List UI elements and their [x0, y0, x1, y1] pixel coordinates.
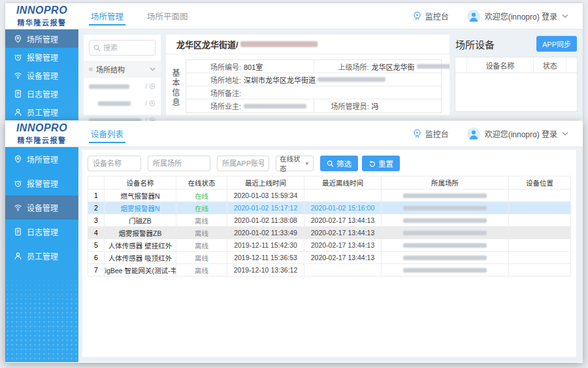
form-field: 场所编号:801室: [186, 60, 314, 73]
online-status-cell: 离线: [176, 264, 227, 276]
tree-root-node[interactable]: 场所结构: [84, 61, 161, 78]
tab-device-list[interactable]: 设备列表: [89, 121, 125, 146]
venue-devices-table: 设备名称 状态: [455, 57, 578, 112]
refresh-icon: [368, 160, 376, 167]
back-content: 场所结构 //// 龙华区龙华街道/ 基本信息 场所编号:801室上级场所:龙华…: [78, 29, 583, 120]
sidebar-item-venue-management[interactable]: 场所管理: [5, 29, 78, 48]
venue-info-form: 场所编号:801室上级场所:龙华区龙华街场所地址:深圳市龙华区龙华街道场所备注:…: [186, 59, 442, 113]
field-value: [244, 104, 306, 109]
device-name-filter-input[interactable]: [88, 156, 141, 171]
column-header: 所属场所: [382, 176, 509, 190]
row-index: 1: [88, 190, 105, 202]
sidebar-item-device-management[interactable]: 设备管理: [5, 66, 78, 84]
tree-item[interactable]: /: [84, 78, 161, 95]
form-row: 场所地址:深圳市龙华区龙华街道: [186, 73, 441, 86]
front-header-right: 监控台 欢迎您(innopro) 登录: [412, 121, 583, 146]
tab-venue-floorplan[interactable]: 场所平面图: [145, 3, 190, 29]
table-row[interactable]: 7ZigBee 智能网关(测试-韦)离线2019-12-10 13:36:12: [88, 264, 571, 276]
field-label: 上级场所:: [314, 61, 369, 72]
form-field: 场所地址:深圳市龙华区龙华街道: [186, 73, 441, 86]
redacted-venue-name: [403, 206, 487, 210]
filter-button-label: 筛选: [336, 158, 351, 169]
row-index: 4: [88, 227, 105, 239]
select-arrow-icon: ▼: [304, 161, 310, 167]
devices-col-spacer2: [566, 58, 577, 73]
tree-item[interactable]: /: [84, 95, 161, 112]
venue-devices-panel: 场所设备 APP同步 设备名称 状态: [455, 35, 578, 115]
last-online-cell: 2020-01-03 15:59:34: [227, 190, 304, 202]
desktop: { "brand": { "name": "INNOPRO", "subtitl…: [0, 0, 588, 368]
tree-item[interactable]: /: [84, 112, 161, 121]
sidebar-item-staff-management[interactable]: 员工管理: [5, 244, 78, 268]
back-header-right: 监控台 欢迎您(innopro) 登录: [412, 3, 583, 29]
table-row[interactable]: 6人体传感器 吸顶红外离线2019-12-11 15:36:532020-02-…: [88, 252, 571, 264]
venue-cell: [382, 227, 509, 239]
row-index: 6: [88, 252, 105, 264]
breadcrumb-redacted-text: [240, 41, 318, 47]
sidebar-item-label: 日志管理: [27, 88, 58, 99]
user-menu[interactable]: 欢迎您(innopro) 登录: [467, 127, 568, 141]
online-status-cell: 离线: [176, 214, 227, 227]
user-menu[interactable]: 欢迎您(innopro) 登录: [467, 10, 568, 23]
device-position-cell: [509, 239, 571, 252]
tree-search-input[interactable]: [103, 44, 151, 52]
staff-management-icon: [14, 108, 22, 116]
online-status-select[interactable]: 在线状态 ▼: [276, 156, 314, 171]
sidebar-item-venue-management[interactable]: 场所管理: [5, 147, 78, 171]
tree-search-box[interactable]: [89, 40, 155, 56]
last-online-cell: 2019-12-10 13:36:12: [227, 264, 304, 276]
last-offline-cell: 2020-02-17 13:44:13: [304, 214, 382, 227]
table-row[interactable]: 3门磁ZB离线2020-01-02 11:38:082020-02-17 13:…: [88, 214, 571, 227]
sidebar-item-alarm-management[interactable]: 报警管理: [5, 48, 78, 66]
table-row[interactable]: 4烟雾报警器ZB离线2020-01-02 11:33:492020-02-17 …: [88, 227, 571, 239]
reset-button[interactable]: 重置: [362, 156, 400, 171]
welcome-text: 欢迎您(innopro) 登录: [485, 128, 557, 139]
sidebar-item-label: 员工管理: [27, 107, 58, 118]
field-label: 场所业主:: [186, 101, 241, 111]
brand-subtitle: 精华隆云报警: [18, 17, 67, 27]
brand-name: INNOPRO: [16, 123, 67, 133]
monitor-icon: [412, 11, 422, 21]
monitor-console-link[interactable]: 监控台: [412, 128, 449, 139]
table-row[interactable]: 1燃气报警器N在线2020-01-03 15:59:34: [88, 190, 571, 202]
venue-filter-input[interactable]: [148, 156, 210, 171]
sidebar-item-label: 场所管理: [27, 33, 58, 44]
tab-venue-management[interactable]: 场所管理: [89, 3, 125, 29]
tree-item-actions[interactable]: /: [145, 83, 155, 90]
back-window-header: INNOPRO 精华隆云报警 场所管理 场所平面图 监控台 欢迎您(innopr…: [5, 3, 583, 29]
table-row[interactable]: 5人体传感器 壁挂红外离线2019-12-11 15:42:302020-02-…: [88, 239, 571, 252]
sidebar-item-staff-management[interactable]: 员工管理: [5, 103, 78, 120]
sidebar-item-device-management[interactable]: 设备管理: [5, 195, 78, 220]
brand-logo: INNOPRO 精华隆云报警: [5, 3, 78, 29]
online-status-cell: 在线: [176, 190, 227, 202]
edit-slash-icon: /: [145, 100, 147, 107]
device-table: 设备名称在线状态最近上线时间最近离线时间所属场所设备位置1燃气报警器N在线202…: [88, 176, 571, 276]
table-row[interactable]: 2烟雾报警器N在线2020-01-02 15:17:122020-01-02 1…: [88, 202, 571, 214]
row-index: 3: [88, 214, 105, 227]
device-position-cell: [509, 264, 571, 276]
online-status-cell: 离线: [176, 239, 227, 252]
devices-col-status: 状态: [533, 58, 566, 73]
last-offline-cell: 2020-02-17 13:44:13: [304, 252, 382, 264]
app-sync-button[interactable]: APP同步: [536, 36, 577, 52]
filter-button[interactable]: 筛选: [320, 156, 358, 171]
sidebar-item-log-management[interactable]: 日志管理: [5, 84, 78, 103]
field-value: 深圳市龙华区龙华街道: [244, 75, 385, 85]
redacted-venue-name: [403, 268, 487, 273]
online-status-select-value: 在线状态: [280, 154, 304, 173]
brand-subtitle: 精华隆云报警: [18, 135, 67, 145]
front-tab-bar: 设备列表: [89, 121, 412, 146]
staff-management-icon: [14, 252, 22, 260]
venue-cell: [382, 264, 509, 276]
sidebar-item-alarm-management[interactable]: 报警管理: [5, 171, 78, 195]
row-index: 7: [88, 264, 105, 276]
last-online-cell: 2020-01-02 11:38:08: [227, 214, 304, 227]
monitor-console-link[interactable]: 监控台: [412, 10, 449, 22]
row-index: 5: [88, 239, 105, 252]
tree-root-label: 场所结构: [96, 64, 125, 75]
sidebar-item-log-management[interactable]: 日志管理: [5, 220, 78, 244]
last-offline-cell: 2020-02-17 13:44:13: [304, 239, 382, 252]
tree-item-actions[interactable]: /: [145, 100, 155, 107]
online-status-cell: 离线: [176, 252, 227, 264]
app-account-filter-input[interactable]: [217, 156, 269, 171]
